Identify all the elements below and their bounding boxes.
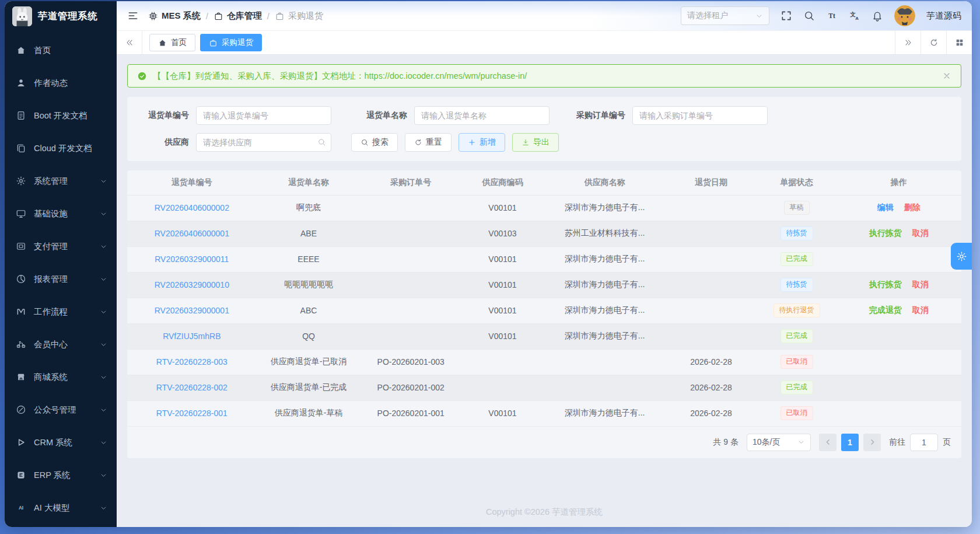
- return-no-link[interactable]: RTV-20260228-001: [156, 409, 228, 418]
- chevron-down-icon: [100, 243, 107, 250]
- return-no-link[interactable]: RTV-20260228-002: [156, 383, 228, 392]
- bell-icon[interactable]: [872, 10, 883, 22]
- breadcrumb-separator: /: [267, 11, 270, 21]
- breadcrumb-item-mes[interactable]: MES 系统: [148, 11, 201, 22]
- sidebar-item-report[interactable]: 报表管理: [5, 263, 117, 295]
- goto-page-input[interactable]: [910, 434, 938, 451]
- return-no-link[interactable]: RV20260329000011: [155, 254, 229, 264]
- chevron-down-icon: [100, 210, 107, 218]
- monitor-icon: [16, 208, 26, 219]
- cell-supplier-name: 深圳市海力德电子有...: [544, 298, 665, 323]
- row-action-link[interactable]: 编辑: [877, 203, 894, 212]
- sidebar-item-label: Boot 开发文档: [34, 110, 88, 121]
- return-no-link[interactable]: RVfZIUJ5mhRB: [163, 331, 220, 341]
- button-label: 导出: [533, 137, 550, 148]
- close-icon[interactable]: [942, 71, 951, 81]
- breadcrumb-item-warehouse[interactable]: 仓库管理: [214, 11, 262, 22]
- return-no-link[interactable]: RV20260406000001: [155, 229, 229, 238]
- cell-supplier-code: V00101: [461, 323, 544, 349]
- chevron-down-icon: [797, 438, 805, 446]
- collapse-menu-icon[interactable]: [127, 10, 139, 22]
- copyright-footer: Copyright ©2026 芋道管理系统: [127, 495, 961, 527]
- fullscreen-icon[interactable]: [780, 10, 792, 22]
- current-page[interactable]: 1: [841, 434, 859, 451]
- package-icon: [209, 39, 218, 47]
- sidebar-item-crm[interactable]: CRM 系统: [5, 426, 117, 459]
- doc-alert: 【【仓库】到货通知、采购入库、采购退货】文档地址：https://doc.ioc…: [127, 64, 961, 88]
- export-button[interactable]: 导出: [512, 133, 559, 152]
- theme-settings-button[interactable]: [951, 243, 972, 270]
- add-button[interactable]: 新增: [459, 133, 505, 152]
- sidebar-item-cloud-docs[interactable]: Cloud 开发文档: [5, 132, 117, 165]
- tabs-scroll-right-icon[interactable]: [895, 31, 921, 54]
- status-badge: 已取消: [780, 406, 813, 420]
- cell-supplier-code: V00101: [461, 400, 544, 426]
- row-action-link[interactable]: 取消: [912, 305, 929, 315]
- return-no-link[interactable]: RTV-20260228-003: [156, 357, 228, 367]
- row-action-link[interactable]: 执行拣货: [869, 280, 902, 289]
- sidebar-item-workflow[interactable]: 工作流程: [5, 295, 117, 328]
- user-avatar[interactable]: [894, 5, 915, 26]
- tab-purchase-return[interactable]: 采购退货: [200, 34, 262, 51]
- header-actions: 请选择租户 Tt 文A: [681, 5, 961, 26]
- search-button[interactable]: 搜索: [351, 133, 398, 152]
- tenant-select[interactable]: 请选择租户: [681, 6, 769, 25]
- app-logo[interactable]: 芋道管理系统: [5, 1, 117, 32]
- sidebar-item-author[interactable]: 作者动态: [5, 67, 117, 99]
- user-name[interactable]: 芋道源码: [926, 11, 961, 22]
- return-no-link[interactable]: RV20260329000010: [155, 280, 229, 289]
- cell-supplier-code: V00103: [461, 221, 544, 246]
- row-action-link[interactable]: 删除: [904, 203, 921, 212]
- page-size-select[interactable]: 10条/页: [747, 434, 811, 451]
- row-action-link[interactable]: 取消: [912, 280, 929, 289]
- filter-label: 退货单名称: [351, 110, 407, 121]
- document-icon: [16, 110, 26, 121]
- return-table-panel: 退货单编号 退货单名称 采购订单号 供应商编码 供应商名称 退货日期 单据状态 …: [127, 170, 961, 458]
- return-name-input[interactable]: [414, 106, 550, 125]
- row-action-link[interactable]: 执行拣货: [869, 228, 902, 238]
- supplier-select[interactable]: [196, 133, 331, 152]
- layout-grid-icon[interactable]: [946, 31, 972, 54]
- sidebar-item-mall[interactable]: 商城系统: [5, 361, 117, 393]
- po-no-input[interactable]: [632, 106, 768, 125]
- sidebar-item-boot-docs[interactable]: Boot 开发文档: [5, 99, 117, 132]
- column-header: 单据状态: [757, 170, 836, 195]
- sidebar-item-ai[interactable]: AI AI 大模型: [5, 491, 117, 524]
- cell-return-date: [665, 246, 757, 272]
- sidebar-item-member[interactable]: 会员中心: [5, 328, 117, 361]
- pagination: 共 9 条 10条/页 1 前往 页: [127, 427, 961, 458]
- tabs-scroll-left-icon[interactable]: [117, 31, 142, 54]
- row-action-link[interactable]: 取消: [912, 228, 929, 238]
- column-header: 退货单名称: [257, 170, 361, 195]
- reset-button[interactable]: 重置: [405, 133, 452, 152]
- sidebar-item-infra[interactable]: 基础设施: [5, 197, 117, 230]
- cell-po-no: [360, 246, 461, 272]
- payment-icon: [16, 241, 26, 252]
- table-row: RV20260329000011EEEEV00101深圳市海力德电子有...已完…: [127, 246, 961, 272]
- cell-actions: [836, 349, 961, 375]
- sidebar-item-system[interactable]: 系统管理: [5, 165, 117, 197]
- sidebar-item-official-account[interactable]: 公众号管理: [5, 393, 117, 426]
- return-no-input[interactable]: [196, 106, 331, 125]
- documents-icon: [16, 143, 26, 153]
- sidebar-item-home[interactable]: 首页: [5, 34, 117, 67]
- refresh-icon[interactable]: [921, 31, 946, 54]
- cell-return-name: 供应商退货单-已取消: [257, 349, 361, 375]
- sidebar-item-erp[interactable]: ERP 系统: [5, 459, 117, 491]
- app-title: 芋道管理系统: [38, 10, 97, 23]
- app-window: 芋道管理系统 首页 作者动态 Boot 开发文档 Cloud 开发文档 系统管理: [5, 1, 972, 527]
- tab-home[interactable]: 首页: [149, 34, 195, 51]
- cell-return-no: RV20260406000001: [127, 221, 257, 246]
- cell-supplier-code: V00101: [461, 298, 544, 323]
- return-no-link[interactable]: RV20260329000001: [155, 306, 229, 315]
- next-page-icon[interactable]: [863, 434, 881, 451]
- row-action-link[interactable]: 完成退货: [869, 305, 902, 315]
- prev-page-icon[interactable]: [819, 434, 836, 451]
- font-size-icon[interactable]: Tt: [826, 10, 838, 22]
- filter-po-no: 采购订单编号: [569, 106, 768, 125]
- sidebar-item-label: ERP 系统: [34, 470, 71, 481]
- translate-icon[interactable]: 文A: [849, 10, 860, 22]
- search-icon[interactable]: [803, 10, 815, 22]
- sidebar-item-payment[interactable]: 支付管理: [5, 230, 117, 263]
- return-no-link[interactable]: RV20260406000002: [155, 203, 229, 212]
